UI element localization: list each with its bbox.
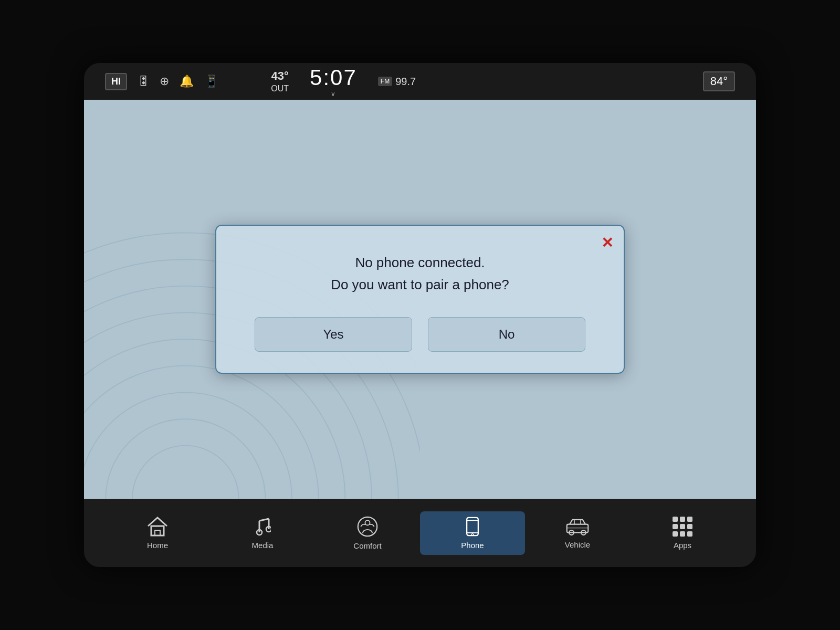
outside-temp-value: 43°	[271, 69, 289, 82]
nav-item-phone[interactable]: Phone	[420, 511, 525, 555]
radio-display: FM 99.7	[378, 76, 416, 88]
svg-line-12	[259, 519, 269, 521]
fm-badge: FM	[378, 77, 392, 86]
settings-icon: ⊕	[160, 75, 169, 88]
svg-point-21	[471, 533, 474, 536]
status-bar-center: 43° OUT 5:07 ∨ FM 99.7	[234, 65, 453, 98]
apps-label: Apps	[674, 541, 691, 550]
music-icon	[254, 517, 271, 537]
dialog-message-line1: No phone connected.	[355, 255, 485, 270]
hi-badge: HI	[105, 73, 127, 90]
home-icon	[147, 517, 168, 537]
comfort-icon	[357, 516, 378, 537]
vehicle-icon	[566, 517, 589, 536]
no-button[interactable]: No	[428, 317, 585, 352]
bell-icon: 🔔	[180, 75, 194, 88]
nav-item-comfort[interactable]: Comfort	[315, 511, 420, 555]
interior-temp: 84°	[703, 71, 735, 91]
apps-icon	[673, 517, 692, 537]
svg-point-16	[358, 517, 377, 536]
clock-display: 5:07	[310, 65, 357, 90]
dialog-message-line2: Do you want to pair a phone?	[331, 277, 509, 292]
media-label: Media	[252, 541, 274, 550]
nav-item-apps[interactable]: Apps	[630, 511, 735, 555]
steering-icon: 🎛	[138, 75, 149, 88]
phone-nav-icon	[464, 517, 481, 537]
phone-label: Phone	[461, 541, 484, 550]
nav-item-home[interactable]: Home	[105, 511, 210, 555]
time-arrow: ∨	[310, 90, 357, 98]
yes-button[interactable]: Yes	[255, 317, 412, 352]
outside-temp: 43° OUT	[271, 69, 289, 93]
status-bar: HI 🎛 ⊕ 🔔 📱 43° OUT 5:07 ∨ FM 99.7 84°	[84, 63, 756, 100]
comfort-label: Comfort	[353, 541, 381, 550]
phone-icon: 📱	[204, 75, 218, 88]
nav-item-vehicle[interactable]: Vehicle	[525, 512, 630, 554]
main-content: ✕ No phone connected. Do you want to pai…	[84, 100, 756, 499]
pair-phone-dialog: ✕ No phone connected. Do you want to pai…	[215, 225, 625, 373]
home-label: Home	[147, 541, 168, 550]
vehicle-label: Vehicle	[565, 540, 590, 549]
nav-item-media[interactable]: Media	[210, 511, 315, 555]
svg-point-17	[365, 520, 370, 525]
dialog-buttons: Yes No	[243, 317, 597, 352]
close-button[interactable]: ✕	[601, 234, 613, 251]
nav-bar: Home Media Comfort	[84, 499, 756, 567]
status-bar-left: HI 🎛 ⊕ 🔔 📱	[105, 73, 218, 90]
outside-temp-label: OUT	[271, 84, 289, 93]
radio-freq: 99.7	[395, 76, 416, 88]
dialog-overlay: ✕ No phone connected. Do you want to pai…	[84, 100, 756, 499]
dialog-message: No phone connected. Do you want to pair …	[243, 252, 597, 296]
car-infotainment-screen: HI 🎛 ⊕ 🔔 📱 43° OUT 5:07 ∨ FM 99.7 84°	[84, 63, 756, 567]
